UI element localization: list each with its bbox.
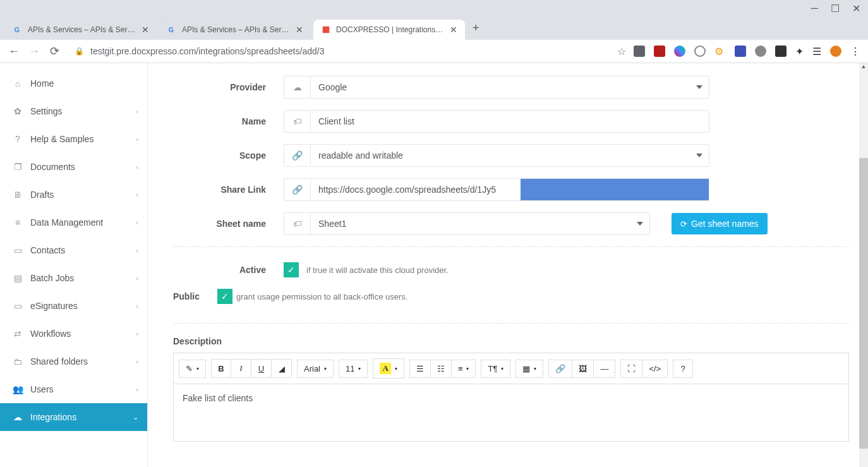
sidebar-item-esignatures[interactable]: ▭ eSignatures ‹ [0,292,147,320]
browser-tab[interactable]: G APIs & Services – APIs & Services ✕ [5,20,157,40]
extension-icon[interactable] [735,45,746,57]
back-button[interactable]: ← [8,45,20,58]
help-icon: ? [11,134,24,144]
editor-ul-button[interactable]: ☰ [409,360,431,378]
sidebar-item-users[interactable]: 👥 Users ‹ [0,375,147,403]
public-label: Public [148,291,217,301]
sidebar-item-settings[interactable]: ✿ Settings ‹ [0,97,147,125]
provider-select[interactable]: Google [310,76,709,99]
editor-underline-button[interactable]: U [251,359,272,378]
workflow-icon: ⇄ [11,329,24,339]
sidebar-label: Help & Samples [30,134,93,144]
editor-code-button[interactable]: </> [642,360,668,378]
url-box[interactable]: 🔒 testgit.pre.docxpresso.com/integration… [68,44,610,59]
editor-font-color-button[interactable]: A▾ [373,358,404,379]
refresh-icon: ⟳ [680,219,687,229]
form-row-provider: Provider ☁ Google [173,76,849,99]
extension-icon[interactable] [755,45,766,57]
extension-icon[interactable] [634,45,645,57]
file-icon: 🗎 [11,190,24,200]
button-label: Get sheet names [691,219,759,229]
tab-title: DOCXPRESSO | Integrations - Sp [336,25,445,34]
tab-title: APIs & Services – APIs & Services [28,25,136,34]
editor-table-button[interactable]: ▦▾ [515,360,543,378]
window-maximize-icon[interactable]: ☐ [831,3,840,15]
sidebar-item-integrations[interactable]: ☁ Integrations ⌄ [0,403,147,431]
editor-italic-button[interactable]: I [231,359,251,378]
sidebar-label: Home [30,78,54,88]
signature-icon: ▭ [11,301,24,311]
public-help-text: grant usage permission to all back-offic… [236,292,407,301]
address-bar: ← → ⟳ 🔒 testgit.pre.docxpresso.com/integ… [0,40,868,63]
extension-icon[interactable]: ⚙ [714,45,726,57]
documents-icon: ❐ [11,162,24,172]
sidebar-item-help[interactable]: ? Help & Samples ‹ [0,125,147,153]
get-sheet-names-button[interactable]: ⟳ Get sheet names [672,213,768,234]
tab-close-icon[interactable]: ✕ [450,25,457,35]
bookmark-star-icon[interactable]: ☆ [617,45,626,58]
reload-button[interactable]: ⟳ [48,44,61,58]
window-close-icon[interactable]: ✕ [852,3,860,15]
editor-magic-button[interactable]: ✎▾ [179,360,206,378]
extensions-puzzle-icon[interactable]: ✦ [795,45,804,58]
editor-content-area[interactable]: Fake list of clients [174,384,848,441]
sheet-name-select[interactable]: Sheet1 [310,212,650,235]
editor-help-button[interactable]: ? [673,360,693,378]
tab-title: APIs & Services – APIs & Services [182,25,291,34]
reading-list-icon[interactable]: ☰ [812,45,821,58]
sidebar-label: Shared folders [30,356,88,367]
public-checkbox[interactable]: ✓ [217,289,232,304]
window-minimize-icon[interactable]: ─ [811,3,818,15]
contacts-icon: ▭ [11,245,24,255]
home-icon: ⌂ [11,78,24,88]
extension-icon[interactable] [775,45,787,57]
browser-tab[interactable]: G APIs & Services – APIs & Services ✕ [159,20,311,40]
editor-bold-button[interactable]: B [211,359,231,378]
extension-icon[interactable] [694,45,706,57]
editor-hr-button[interactable]: — [594,360,615,378]
sidebar-label: Contacts [30,245,65,255]
folder-icon: 🗀 [11,356,24,367]
editor-link-button[interactable]: 🔗 [548,360,572,378]
editor-eraser-button[interactable]: ◢ [272,359,292,378]
browser-tab-active[interactable]: DOCXPRESSO | Integrations - Sp ✕ [313,20,465,40]
editor-fullscreen-button[interactable]: ⛶ [620,360,642,378]
browser-menu-icon[interactable]: ⋮ [850,45,860,58]
sidebar-label: Documents [30,162,75,172]
profile-avatar-icon[interactable] [830,45,841,57]
sidebar-item-contacts[interactable]: ▭ Contacts ‹ [0,236,147,264]
chevron-left-icon: ‹ [136,219,138,226]
tab-close-icon[interactable]: ✕ [142,25,149,35]
extension-icon[interactable] [674,45,685,57]
name-input[interactable] [310,110,709,133]
sidebar-item-workflows[interactable]: ⇄ Workflows ‹ [0,320,147,348]
sidebar-item-shared-folders[interactable]: 🗀 Shared folders ‹ [0,348,147,375]
scroll-up-icon[interactable]: ▲ [859,63,868,72]
chevron-left-icon: ‹ [136,191,138,198]
editor-image-button[interactable]: 🖼 [572,360,594,378]
sidebar-item-data-management[interactable]: ≡ Data Management ‹ [0,209,147,236]
editor-text-style-button[interactable]: T¶▾ [481,360,510,378]
page-scrollbar[interactable]: ▲ ▼ [859,63,868,467]
sidebar-item-drafts[interactable]: 🗎 Drafts ‹ [0,181,147,209]
editor-align-button[interactable]: ≡▾ [452,360,476,378]
sidebar: ⌂ Home ✿ Settings ‹ ? Help & Samples ‹ ❐… [0,63,148,467]
sidebar-item-home[interactable]: ⌂ Home [0,70,147,97]
tab-close-icon[interactable]: ✕ [296,25,303,35]
editor-font-family-select[interactable]: Arial▾ [297,360,334,378]
sidebar-item-batch-jobs[interactable]: ▤ Batch Jobs ‹ [0,264,147,292]
forward-button[interactable]: → [28,45,40,58]
chevron-left-icon: ‹ [136,302,138,310]
active-checkbox[interactable]: ✓ [284,262,299,277]
editor-ol-button[interactable]: ☷ [431,360,452,378]
extension-icon[interactable] [654,45,665,57]
svg-text:G: G [15,26,20,33]
new-tab-button[interactable]: + [467,16,485,40]
extension-icons: ⚙ ✦ ☰ ⋮ [634,45,860,58]
gear-icon: ✿ [11,106,24,116]
browser-tab-bar: G APIs & Services – APIs & Services ✕ G … [0,17,868,40]
scrollbar-thumb[interactable] [859,158,868,449]
editor-font-size-select[interactable]: 11▾ [339,360,368,378]
sidebar-item-documents[interactable]: ❐ Documents ‹ [0,153,147,181]
scope-select[interactable]: readable and writable [310,144,709,167]
